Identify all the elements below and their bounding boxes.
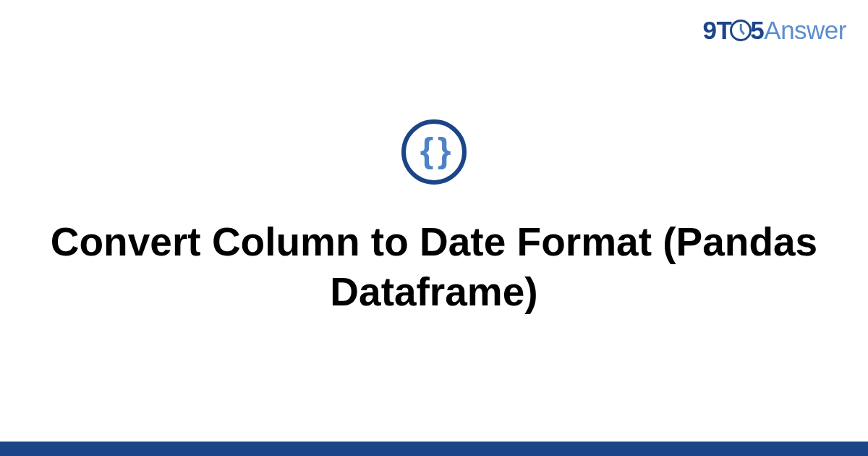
braces-icon: { } — [401, 119, 467, 185]
logo-answer: Answer — [764, 16, 846, 44]
logo-five: 5 — [750, 16, 764, 44]
logo-t: T — [716, 16, 731, 44]
braces-glyph: { } — [420, 133, 448, 168]
logo-nine: 9 — [702, 16, 716, 44]
site-logo: 9T5Answer — [702, 16, 846, 45]
footer-bar — [0, 442, 868, 456]
page-title: Convert Column to Date Format (Pandas Da… — [43, 217, 825, 317]
clock-icon — [730, 20, 752, 41]
